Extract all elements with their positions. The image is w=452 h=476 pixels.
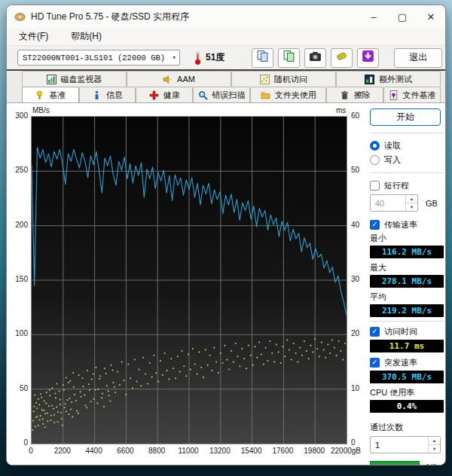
- tab-benchmark[interactable]: 基准: [22, 87, 79, 102]
- stepper-up-icon: ▲: [406, 195, 417, 203]
- tab-random-access[interactable]: 随机访问: [231, 71, 336, 87]
- tab-health[interactable]: 健康: [136, 87, 193, 102]
- thermometer-icon: [194, 50, 203, 66]
- right-axis-tick: 0: [351, 438, 371, 447]
- save-icon: [335, 50, 348, 66]
- camera-button[interactable]: [304, 48, 326, 68]
- app-icon: [14, 11, 26, 23]
- short-stroke-option[interactable]: 短行程: [370, 179, 444, 191]
- drive-select[interactable]: ST22000NT001-3LS101 (22000 GB) ▾: [17, 50, 180, 66]
- right-axis-tick: 10: [351, 384, 371, 392]
- tab-file-benchmark[interactable]: 文件基准: [383, 87, 441, 102]
- folder-usage-icon: [261, 90, 270, 100]
- y-axis-tick: 200: [7, 221, 28, 229]
- benchmark-chart: [31, 116, 347, 444]
- desktop: { "window": { "title": "HD Tune Pro 5.75…: [0, 0, 452, 476]
- divider: [370, 133, 444, 133]
- tab-erase[interactable]: 擦除: [326, 87, 383, 102]
- erase-icon: [340, 90, 350, 100]
- right-axis-tick: 40: [351, 221, 371, 229]
- access-time-value: 11.7 ms: [370, 340, 444, 352]
- left-axis-unit: MB/s: [32, 106, 50, 114]
- read-radio[interactable]: [370, 141, 380, 151]
- close-button[interactable]: ✕: [417, 5, 445, 28]
- disk-monitor-icon: [47, 75, 56, 84]
- benchmark-panel: MB/s ms 300250200150100500 6050403020100…: [7, 102, 445, 465]
- max-value: 278.1 MB/s: [370, 275, 444, 288]
- speaker-icon: [163, 75, 173, 84]
- short-stroke-checkbox[interactable]: [370, 181, 380, 191]
- tab-speaker[interactable]: AAM: [127, 71, 231, 87]
- copy-file-icon: [282, 50, 295, 66]
- maximize-button[interactable]: ▢: [388, 5, 417, 28]
- y-axis-tick: 150: [7, 275, 28, 283]
- menu-help[interactable]: 帮助(H): [69, 29, 103, 44]
- max-label: 最大: [370, 262, 444, 273]
- pass-count-stepper[interactable]: 1 ▲▼: [370, 436, 441, 453]
- avg-value: 219.2 MB/s: [370, 304, 444, 317]
- health-icon: [149, 90, 159, 100]
- x-axis-tick: 22000gB: [326, 447, 365, 455]
- start-button[interactable]: 开始: [370, 108, 441, 126]
- cpu-usage-label: CPU 使用率: [370, 387, 444, 398]
- burst-rate-checkbox[interactable]: [370, 358, 380, 368]
- transfer-rate-checkbox[interactable]: [370, 220, 380, 230]
- menubar: 文件(F) 帮助(H): [7, 28, 445, 46]
- divider: [370, 321, 444, 322]
- write-mode-option[interactable]: 写入: [370, 154, 444, 166]
- y-axis-tick: 100: [7, 329, 28, 337]
- titlebar: HD Tune Pro 5.75 - 硬盘/SSD 实用程序 – ▢ ✕: [7, 5, 445, 28]
- write-radio[interactable]: [370, 155, 380, 165]
- read-mode-option[interactable]: 读取: [370, 139, 444, 151]
- right-axis-tick: 30: [351, 275, 371, 283]
- stepper-down-icon: ▼: [429, 445, 440, 453]
- exit-button[interactable]: 退出: [394, 48, 442, 68]
- burst-rate-value: 370.5 MB/s: [370, 371, 444, 383]
- divider: [370, 172, 444, 173]
- access-time-option[interactable]: 访问时间: [370, 325, 444, 337]
- file-benchmark-icon: [389, 90, 399, 100]
- y-axis-tick: 0: [7, 438, 28, 447]
- toolbar: ST22000NT001-3LS101 (22000 GB) ▾ 51度 退出: [7, 46, 445, 71]
- minimize-button[interactable]: –: [359, 5, 388, 28]
- y-axis-tick: 300: [7, 111, 28, 120]
- hdtune-window: HD Tune Pro 5.75 - 硬盘/SSD 实用程序 – ▢ ✕ 文件(…: [6, 5, 446, 465]
- menu-file[interactable]: 文件(F): [17, 29, 50, 44]
- pass-count-label: 通过次数: [370, 422, 444, 433]
- access-time-checkbox[interactable]: [370, 327, 380, 337]
- copy-file-button[interactable]: [278, 48, 300, 68]
- tab-extra-tests[interactable]: 额外测试: [336, 71, 441, 87]
- min-value: 116.2 MB/s: [370, 246, 444, 258]
- tab-error-scan[interactable]: 错误扫描: [193, 87, 250, 102]
- copy-button[interactable]: [252, 48, 273, 68]
- chart-plot: [32, 117, 347, 444]
- extra-tests-icon: [365, 75, 374, 84]
- gb-unit-label: GB: [426, 199, 438, 208]
- transfer-rate-option[interactable]: 传输速率: [370, 218, 444, 230]
- y-axis-tick: 250: [7, 166, 28, 174]
- camera-icon: [309, 50, 322, 66]
- tab-row-2: 基准信息健康错误扫描文件夹使用擦除文件基准: [22, 87, 445, 102]
- temperature-label: 51度: [206, 51, 224, 64]
- random-access-icon: [260, 75, 270, 84]
- right-axis-unit: ms: [336, 106, 346, 114]
- window-title: HD Tune Pro 5.75 - 硬盘/SSD 实用程序: [31, 11, 189, 23]
- download-button[interactable]: [357, 48, 379, 68]
- tab-disk-monitor[interactable]: 磁盘监视器: [22, 71, 127, 87]
- control-panel: 开始 读取 写入 短行程 40 ▲▼ GB: [370, 103, 444, 465]
- cpu-usage-value: 0.4%: [370, 400, 444, 413]
- right-axis-tick: 50: [351, 166, 371, 174]
- right-axis-tick: 60: [351, 111, 371, 120]
- progress-bar: [370, 461, 420, 465]
- info-icon: [92, 90, 102, 100]
- short-stroke-size-stepper[interactable]: 40 ▲▼: [370, 194, 418, 212]
- stepper-down-icon: ▼: [406, 203, 417, 211]
- stepper-up-icon: ▲: [429, 437, 440, 445]
- y-axis-tick: 50: [7, 384, 28, 392]
- save-button[interactable]: [331, 48, 353, 68]
- tab-folder-usage[interactable]: 文件夹使用: [250, 87, 327, 102]
- tab-info[interactable]: 信息: [79, 87, 136, 102]
- avg-label: 平均: [370, 291, 444, 303]
- burst-rate-option[interactable]: 突发速率: [370, 356, 444, 368]
- progress-label: 1/1: [426, 462, 437, 466]
